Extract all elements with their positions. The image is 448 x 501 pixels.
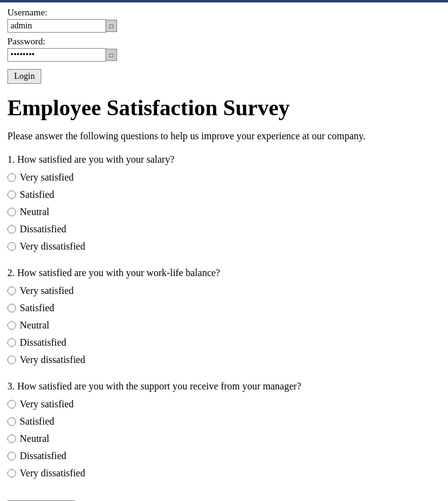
question-title-1: 1. How satisfied are you with your salar… [7, 154, 441, 165]
survey-section: Employee Satisfaction Survey Please answ… [7, 95, 441, 501]
radio-input-q1-o5[interactable] [7, 242, 16, 251]
radio-option-q1-o4[interactable]: Dissatisfied [7, 222, 441, 237]
question-block-3: 3. How satisfied are you with the suppor… [7, 381, 441, 481]
username-label: Username: [7, 7, 441, 18]
radio-option-q2-o3[interactable]: Neutral [7, 318, 441, 333]
radio-label-q1-o3: Neutral [20, 205, 49, 219]
password-label: Password: [7, 36, 441, 47]
radio-option-q2-o2[interactable]: Satisfied [7, 301, 441, 316]
radio-label-q3-o2: Satisfied [20, 414, 54, 429]
password-input[interactable] [7, 48, 106, 62]
radio-label-q3-o3: Neutral [20, 431, 49, 446]
radio-option-q2-o5[interactable]: Very dissatisfied [7, 352, 441, 367]
radio-label-q1-o5: Very dissatisfied [20, 239, 85, 254]
radio-input-q3-o1[interactable] [7, 400, 16, 409]
radio-input-q3-o2[interactable] [7, 417, 16, 426]
radio-label-q1-o1: Very satisfied [20, 170, 74, 185]
username-input-icon[interactable]: □ [106, 20, 117, 32]
radio-option-q3-o5[interactable]: Very dissatisfied [7, 466, 441, 481]
radio-label-q2-o1: Very satisfied [20, 283, 74, 298]
questions-container: 1. How satisfied are you with your salar… [7, 154, 441, 481]
radio-label-q2-o5: Very dissatisfied [20, 352, 85, 367]
username-input[interactable] [7, 19, 106, 33]
radio-option-q3-o1[interactable]: Very satisfied [7, 397, 441, 412]
radio-label-q3-o1: Very satisfied [20, 397, 74, 412]
radio-option-q1-o1[interactable]: Very satisfied [7, 170, 441, 185]
radio-input-q2-o5[interactable] [7, 356, 16, 364]
password-input-wrapper: □ [7, 48, 441, 62]
login-section: Username: □ Password: □ Login [7, 7, 441, 84]
radio-input-q3-o5[interactable] [7, 469, 16, 478]
radio-label-q3-o4: Dissatisfied [20, 449, 67, 463]
login-button[interactable]: Login [7, 69, 41, 84]
survey-intro: Please answer the following questions to… [7, 129, 441, 143]
radio-option-q3-o2[interactable]: Satisfied [7, 414, 441, 429]
radio-option-q1-o5[interactable]: Very dissatisfied [7, 239, 441, 254]
radio-label-q2-o3: Neutral [20, 318, 49, 333]
question-title-2: 2. How satisfied are you with your work-… [7, 267, 441, 279]
radio-input-q2-o1[interactable] [7, 287, 16, 295]
radio-input-q2-o3[interactable] [7, 321, 16, 330]
question-block-2: 2. How satisfied are you with your work-… [7, 267, 441, 367]
radio-input-q2-o2[interactable] [7, 304, 16, 312]
radio-input-q3-o4[interactable] [7, 452, 16, 460]
radio-option-q3-o4[interactable]: Dissatisfied [7, 449, 441, 463]
radio-label-q3-o5: Very dissatisfied [20, 466, 85, 481]
username-input-wrapper: □ [7, 19, 441, 33]
radio-option-q1-o2[interactable]: Satisfied [7, 187, 441, 202]
radio-option-q2-o1[interactable]: Very satisfied [7, 283, 441, 298]
radio-option-q1-o3[interactable]: Neutral [7, 205, 441, 219]
radio-input-q2-o4[interactable] [7, 338, 16, 347]
radio-option-q3-o3[interactable]: Neutral [7, 431, 441, 446]
radio-option-q2-o4[interactable]: Dissatisfied [7, 335, 441, 350]
radio-label-q1-o4: Dissatisfied [20, 222, 67, 237]
radio-input-q3-o3[interactable] [7, 434, 16, 443]
question-title-3: 3. How satisfied are you with the suppor… [7, 381, 441, 392]
survey-title: Employee Satisfaction Survey [7, 95, 441, 121]
question-block-1: 1. How satisfied are you with your salar… [7, 154, 441, 254]
radio-label-q1-o2: Satisfied [20, 187, 54, 202]
radio-input-q1-o2[interactable] [7, 190, 16, 199]
radio-label-q2-o4: Dissatisfied [20, 335, 67, 350]
radio-input-q1-o4[interactable] [7, 225, 16, 234]
radio-input-q1-o3[interactable] [7, 208, 16, 216]
password-input-icon[interactable]: □ [106, 49, 117, 61]
radio-label-q2-o2: Satisfied [20, 301, 54, 316]
radio-input-q1-o1[interactable] [7, 173, 16, 182]
